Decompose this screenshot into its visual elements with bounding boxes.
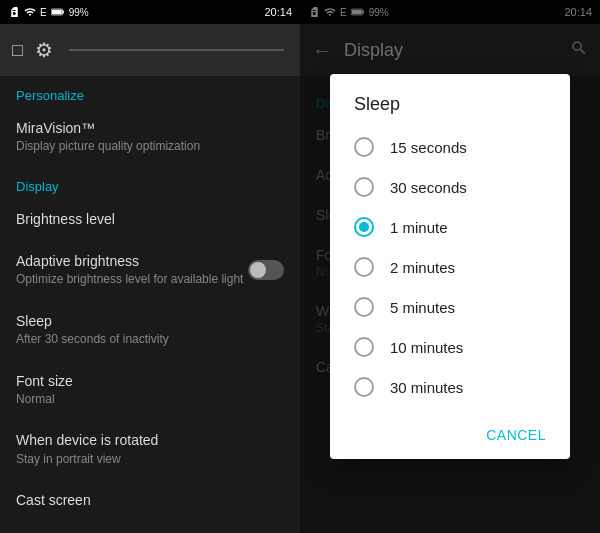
settings-item-font-size[interactable]: Font size Normal (0, 360, 300, 420)
battery-icon-left (51, 7, 65, 17)
left-time: 20:14 (264, 6, 292, 18)
sleep-dialog: Sleep 15 seconds30 seconds1 minute2 minu… (330, 74, 570, 459)
settings-item-cast-screen[interactable]: Cast screen (0, 479, 300, 521)
sleep-title: Sleep (16, 312, 284, 330)
rotation-title: When device is rotated (16, 431, 284, 449)
gear-icon[interactable]: ⚙ (35, 38, 53, 62)
radio-circle-3 (354, 257, 374, 277)
radio-circle-5 (354, 337, 374, 357)
right-panel: E 99% 20:14 ← Display Display Brightness… (300, 0, 600, 533)
signal-type-left: E (40, 7, 47, 18)
radio-option-2[interactable]: 1 minute (330, 207, 570, 247)
radio-circle-6 (354, 377, 374, 397)
toolbar-divider (69, 49, 284, 51)
radio-label-6: 30 minutes (390, 379, 463, 396)
dialog-overlay: Sleep 15 seconds30 seconds1 minute2 minu… (300, 0, 600, 533)
radio-label-0: 15 seconds (390, 139, 467, 156)
brightness-title: Brightness level (16, 210, 284, 228)
dialog-actions: CANCEL (330, 415, 570, 459)
radio-label-2: 1 minute (390, 219, 448, 236)
sim-icon (8, 6, 20, 18)
left-toolbar: □ ⚙ (0, 24, 300, 76)
radio-option-6[interactable]: 30 minutes (330, 367, 570, 407)
dialog-options: 15 seconds30 seconds1 minute2 minutes5 m… (330, 127, 570, 415)
left-status-bar: E 99% 20:14 (0, 0, 300, 24)
radio-option-4[interactable]: 5 minutes (330, 287, 570, 327)
radio-label-3: 2 minutes (390, 259, 455, 276)
radio-circle-4 (354, 297, 374, 317)
left-status-icons: E 99% (8, 6, 89, 18)
adaptive-brightness-subtitle: Optimize brightness level for available … (16, 272, 243, 288)
dialog-title: Sleep (330, 74, 570, 127)
section-header-personalize: Personalize (0, 76, 300, 107)
radio-circle-0 (354, 137, 374, 157)
adaptive-brightness-toggle[interactable] (248, 260, 284, 280)
cancel-button[interactable]: CANCEL (478, 423, 554, 447)
svg-rect-2 (52, 10, 62, 14)
svg-rect-1 (62, 11, 63, 14)
radio-circle-1 (354, 177, 374, 197)
radio-option-1[interactable]: 30 seconds (330, 167, 570, 207)
radio-circle-2 (354, 217, 374, 237)
radio-label-1: 30 seconds (390, 179, 467, 196)
radio-inner-2 (359, 222, 369, 232)
radio-option-3[interactable]: 2 minutes (330, 247, 570, 287)
radio-option-0[interactable]: 15 seconds (330, 127, 570, 167)
settings-item-miravision[interactable]: MiraVision™ Display picture quality opti… (0, 107, 300, 167)
adaptive-brightness-title: Adaptive brightness (16, 252, 243, 270)
radio-option-5[interactable]: 10 minutes (330, 327, 570, 367)
font-size-title: Font size (16, 372, 284, 390)
sleep-subtitle: After 30 seconds of inactivity (16, 332, 284, 348)
settings-item-brightness[interactable]: Brightness level (0, 198, 300, 240)
rotation-subtitle: Stay in portrait view (16, 452, 284, 468)
settings-item-rotation[interactable]: When device is rotated Stay in portrait … (0, 419, 300, 479)
battery-pct-left: 99% (69, 7, 89, 18)
section-header-display: Display (0, 167, 300, 198)
toggle-thumb (250, 262, 266, 278)
miravision-title: MiraVision™ (16, 119, 284, 137)
radio-label-5: 10 minutes (390, 339, 463, 356)
settings-item-adaptive-brightness[interactable]: Adaptive brightness Optimize brightness … (0, 240, 300, 300)
settings-item-sleep[interactable]: Sleep After 30 seconds of inactivity (0, 300, 300, 360)
square-icon: □ (12, 40, 23, 61)
left-panel: E 99% 20:14 □ ⚙ Personalize MiraVision™ … (0, 0, 300, 533)
left-settings-list: Personalize MiraVision™ Display picture … (0, 76, 300, 533)
radio-label-4: 5 minutes (390, 299, 455, 316)
miravision-subtitle: Display picture quality optimization (16, 139, 284, 155)
wifi-icon (24, 6, 36, 18)
font-size-subtitle: Normal (16, 392, 284, 408)
cast-screen-title: Cast screen (16, 491, 284, 509)
